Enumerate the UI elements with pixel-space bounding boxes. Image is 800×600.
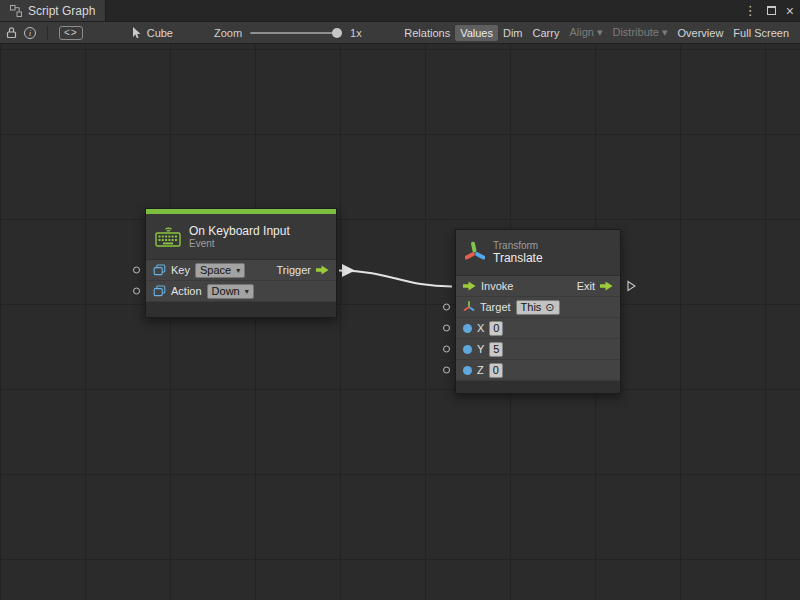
overview-button[interactable]: Overview xyxy=(673,25,729,41)
float-type-icon xyxy=(463,324,472,333)
graph-owner-group: Cube xyxy=(132,27,173,39)
node-category: Transform xyxy=(493,240,543,251)
key-dropdown-value: Space xyxy=(200,264,231,276)
y-input-port[interactable] xyxy=(443,346,450,353)
exit-output-port[interactable] xyxy=(600,281,613,291)
z-value-field[interactable]: 0 xyxy=(489,363,503,378)
chevron-down-icon: ▾ xyxy=(245,287,249,296)
x-value-field[interactable]: 0 xyxy=(489,321,503,336)
window-menu-icon[interactable]: ⋮ xyxy=(744,4,757,17)
transform-axis-icon xyxy=(463,301,475,313)
port-row-action: Action Down ▾ xyxy=(146,281,336,302)
key-input-port[interactable] xyxy=(133,267,140,274)
node-on-keyboard-input[interactable]: On Keyboard Input Event Key Space ▾ xyxy=(145,208,337,318)
script-graph-window: Script Graph ⋮ × i <> Cube Zo xyxy=(0,0,800,600)
relations-button[interactable]: Relations xyxy=(399,25,455,41)
dim-button[interactable]: Dim xyxy=(498,25,528,41)
exit-label: Exit xyxy=(577,280,595,292)
tab-script-graph[interactable]: Script Graph xyxy=(0,0,106,21)
cursor-icon xyxy=(132,27,142,39)
port-row-target: Target This ⊙ xyxy=(456,297,620,318)
x-input-port[interactable] xyxy=(443,325,450,332)
window-titlebar: Script Graph ⋮ × xyxy=(0,0,800,21)
graph-icon xyxy=(10,5,22,17)
node-title: Translate xyxy=(493,251,543,265)
trigger-output-port[interactable] xyxy=(316,265,329,275)
port-row-z: Z 0 xyxy=(456,360,620,381)
invoke-label: Invoke xyxy=(481,280,513,292)
info-icon[interactable]: i xyxy=(24,27,36,39)
fullscreen-button[interactable]: Full Screen xyxy=(728,25,794,41)
zoom-value: 1x xyxy=(350,27,362,39)
close-icon[interactable]: × xyxy=(786,4,794,18)
key-port-label: Key xyxy=(171,264,190,276)
zoom-slider-knob[interactable] xyxy=(332,28,342,38)
float-type-icon xyxy=(463,345,472,354)
node-footer xyxy=(456,381,620,393)
action-dropdown[interactable]: Down ▾ xyxy=(207,284,254,299)
graph-canvas[interactable]: On Keyboard Input Event Key Space ▾ xyxy=(0,45,800,600)
graph-toolbar: i <> Cube Zoom 1x Relations Values Dim C… xyxy=(0,21,800,44)
translate-node-titles: Transform Translate xyxy=(493,240,543,265)
keycode-icon xyxy=(153,264,166,276)
node-title: On Keyboard Input xyxy=(189,224,290,238)
y-label: Y xyxy=(477,343,484,355)
object-picker-icon: ⊙ xyxy=(545,302,554,313)
distribute-button[interactable]: Distribute ▾ xyxy=(607,24,672,41)
action-port-label: Action xyxy=(171,285,202,297)
next-flow-triangle-icon xyxy=(627,280,636,292)
event-node-header[interactable]: On Keyboard Input Event xyxy=(146,214,336,260)
zoom-slider[interactable] xyxy=(250,32,342,34)
port-row-key: Key Space ▾ Trigger xyxy=(146,260,336,281)
node-subtitle: Event xyxy=(189,238,290,249)
float-type-icon xyxy=(463,366,472,375)
node-footer xyxy=(146,302,336,317)
lock-icon[interactable] xyxy=(6,26,17,39)
key-dropdown[interactable]: Space ▾ xyxy=(195,263,245,278)
keyboard-icon xyxy=(155,226,181,247)
tab-title: Script Graph xyxy=(28,4,95,18)
values-button[interactable]: Values xyxy=(455,25,498,41)
port-row-y: Y 5 xyxy=(456,339,620,360)
zoom-control: Zoom 1x xyxy=(214,27,362,39)
z-input-port[interactable] xyxy=(443,367,450,374)
carry-button[interactable]: Carry xyxy=(528,25,565,41)
connection-wire xyxy=(0,45,800,600)
y-value-field[interactable]: 5 xyxy=(489,342,503,357)
target-object-field[interactable]: This ⊙ xyxy=(516,300,560,315)
port-row-x: X 0 xyxy=(456,318,620,339)
chevron-down-icon: ▾ xyxy=(236,266,240,275)
invoke-input-port[interactable] xyxy=(463,281,476,291)
zoom-label: Zoom xyxy=(214,27,242,39)
z-label: Z xyxy=(477,364,484,376)
keycode-icon xyxy=(153,285,166,297)
action-input-port[interactable] xyxy=(133,288,140,295)
toolbar-separator xyxy=(47,26,48,40)
graph-object-label: Cube xyxy=(147,27,173,39)
event-node-titles: On Keyboard Input Event xyxy=(189,224,290,249)
edit-script-icon[interactable]: <> xyxy=(59,26,83,40)
toolbar-buttons: Relations Values Dim Carry Align ▾ Distr… xyxy=(399,24,794,41)
target-object-value: This xyxy=(521,301,542,313)
x-label: X xyxy=(477,322,484,334)
target-input-port[interactable] xyxy=(443,304,450,311)
translate-node-header[interactable]: Transform Translate xyxy=(456,230,620,276)
translate-icon xyxy=(465,240,485,266)
trigger-output-label: Trigger xyxy=(277,264,311,276)
action-dropdown-value: Down xyxy=(212,285,240,297)
node-transform-translate[interactable]: Transform Translate Invoke Exit xyxy=(455,229,621,394)
maximize-icon[interactable] xyxy=(767,6,776,15)
target-label: Target xyxy=(480,301,511,313)
align-button[interactable]: Align ▾ xyxy=(564,24,607,41)
wire-arrow-icon xyxy=(342,264,355,277)
flow-row-invoke: Invoke Exit xyxy=(456,276,620,297)
window-controls: ⋮ × xyxy=(744,0,794,21)
